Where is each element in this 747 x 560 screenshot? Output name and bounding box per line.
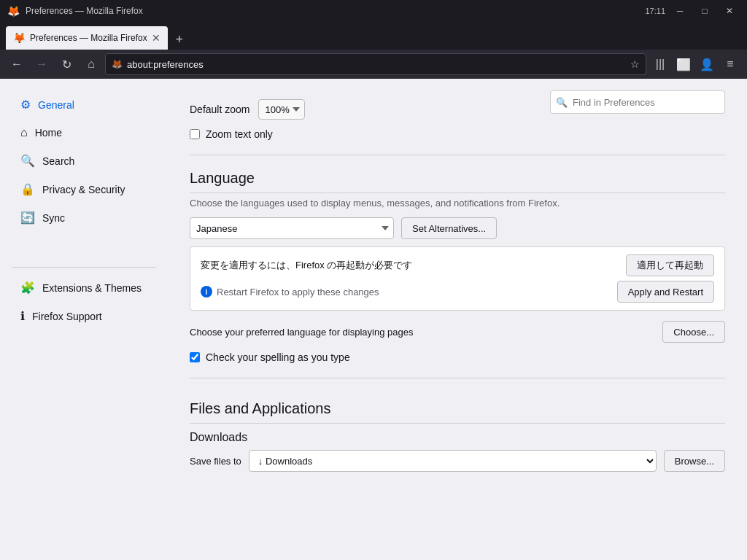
restore-button[interactable]: □ — [694, 5, 715, 17]
spell-check-checkbox[interactable] — [190, 352, 200, 362]
files-section: Files and Applications Downloads Save fi… — [190, 400, 725, 472]
section-divider-2 — [190, 378, 725, 378]
sidebar-item-home[interactable]: ⌂ Home — [6, 119, 162, 147]
files-heading: Files and Applications — [190, 400, 725, 424]
sidebar-item-search[interactable]: 🔍 Search — [6, 147, 162, 175]
tab-preferences[interactable]: 🦊 Preferences — Mozilla Firefox ✕ — [6, 26, 168, 50]
save-files-label: Save files to — [190, 456, 241, 467]
search-icon: 🔍 — [20, 154, 35, 168]
tab-bar: 🦊 Preferences — Mozilla Firefox ✕ + — [0, 22, 747, 50]
notif-info: i Restart Firefox to apply these changes — [201, 286, 379, 298]
title-bar-favicon: 🦊 — [7, 5, 20, 17]
synced-tabs-button[interactable]: ⬜ — [673, 53, 694, 75]
url-bar[interactable]: 🦊 about:preferences ☆ — [105, 53, 646, 75]
tab-close-button[interactable]: ✕ — [152, 32, 160, 44]
language-row: Japanese English German French Set Alter… — [190, 217, 725, 239]
zoom-select[interactable]: 100% 50% 67% 75% 90% 110% 120% 133% 150%… — [258, 99, 305, 120]
menu-button[interactable]: ≡ — [719, 53, 741, 75]
sidebar-item-support[interactable]: ℹ Firefox Support — [6, 302, 162, 330]
choose-lang-text: Choose your preferred language for displ… — [190, 327, 413, 338]
sidebar-label-general: General — [38, 99, 74, 111]
zoom-text-only-row: Zoom text only — [190, 128, 725, 140]
notif-text-jp: 変更を適用するには、Firefox の再起動が必要です — [201, 259, 412, 272]
sidebar-label-search: Search — [42, 155, 74, 167]
home-icon: ⌂ — [20, 126, 28, 139]
close-button[interactable]: ✕ — [719, 5, 740, 17]
reload-button[interactable]: ↻ — [55, 53, 77, 75]
set-alternatives-button[interactable]: Set Alternatives... — [401, 217, 497, 239]
notification-box: 変更を適用するには、Firefox の再起動が必要です 適用して再起動 i Re… — [190, 246, 725, 311]
choose-button[interactable]: Choose... — [662, 321, 725, 343]
language-heading: Language — [190, 170, 725, 193]
tab-title: Preferences — Mozilla Firefox — [30, 33, 147, 43]
sidebar-item-privacy[interactable]: 🔒 Privacy & Security — [6, 175, 162, 203]
nav-bar: ← → ↻ ⌂ 🦊 about:preferences ☆ ||| ⬜ 👤 ≡ — [0, 50, 747, 79]
sidebar-item-general[interactable]: ⚙ General — [6, 90, 162, 119]
section-divider-1 — [190, 155, 725, 155]
zoom-text-only-label: Zoom text only — [206, 128, 273, 140]
sidebar-label-home: Home — [35, 127, 62, 139]
sidebar-item-sync[interactable]: 🔄 Sync — [6, 203, 162, 232]
sidebar-item-extensions[interactable]: 🧩 Extensions & Themes — [6, 273, 162, 302]
language-select[interactable]: Japanese English German French — [190, 217, 394, 239]
notif-text-en: Restart Firefox to apply these changes — [217, 287, 379, 298]
bookmark-star-icon[interactable]: ☆ — [630, 58, 640, 70]
sidebar-label-support: Firefox Support — [32, 311, 102, 322]
home-button[interactable]: ⌂ — [80, 53, 102, 75]
downloads-row: Save files to ↓ Downloads Browse... — [190, 450, 725, 472]
notif-row-2: i Restart Firefox to apply these changes… — [201, 281, 714, 303]
new-tab-button[interactable]: + — [169, 29, 190, 50]
sidebar-label-privacy: Privacy & Security — [42, 184, 125, 195]
library-button[interactable]: ||| — [649, 53, 671, 75]
url-text: about:preferences — [127, 59, 626, 70]
minimize-button[interactable]: ─ — [670, 5, 690, 17]
tab-favicon: 🦊 — [13, 32, 26, 44]
info-icon: i — [201, 286, 212, 298]
language-section: Language Choose the languages used to di… — [190, 170, 725, 363]
back-button[interactable]: ← — [6, 53, 28, 75]
main-content: 🔍 Default zoom 100% 50% 67% 75% 90% 110%… — [168, 79, 747, 560]
apply-restart-en-button[interactable]: Apply and Restart — [617, 281, 714, 303]
zoom-text-only-checkbox[interactable] — [190, 129, 200, 139]
apply-restart-jp-button[interactable]: 適用して再起動 — [626, 254, 714, 276]
prefs-search-container: 🔍 — [550, 90, 725, 114]
prefs-search-icon: 🔍 — [556, 97, 568, 108]
title-bar: 🦊 Preferences — Mozilla Firefox 17:11 ─ … — [0, 0, 747, 22]
downloads-heading: Downloads — [190, 431, 725, 444]
browse-button[interactable]: Browse... — [664, 450, 725, 472]
nav-right-icons: ||| ⬜ 👤 ≡ — [649, 53, 741, 75]
systray-time: 17:11 — [645, 7, 665, 15]
downloads-path-select[interactable]: ↓ Downloads — [249, 450, 657, 472]
spell-check-label: Check your spelling as you type — [206, 351, 350, 363]
general-icon: ⚙ — [20, 98, 31, 112]
language-desc: Choose the languages used to display men… — [190, 198, 725, 209]
sidebar-label-sync: Sync — [42, 212, 65, 224]
notif-row-1: 変更を適用するには、Firefox の再起動が必要です 適用して再起動 — [201, 254, 714, 276]
sidebar: ⚙ General ⌂ Home 🔍 Search 🔒 Privacy & Se… — [0, 79, 168, 560]
account-button[interactable]: 👤 — [696, 53, 718, 75]
title-bar-title: Preferences — Mozilla Firefox — [26, 6, 639, 16]
forward-button[interactable]: → — [31, 53, 53, 75]
spell-check-row: Check your spelling as you type — [190, 351, 725, 363]
title-bar-right: 17:11 ─ □ ✕ — [645, 5, 740, 17]
url-favicon: 🦊 — [112, 59, 123, 69]
sidebar-divider — [12, 267, 156, 268]
prefs-search-wrapper: 🔍 — [550, 90, 725, 114]
content-area: ⚙ General ⌂ Home 🔍 Search 🔒 Privacy & Se… — [0, 79, 747, 560]
support-icon: ℹ — [20, 309, 25, 323]
find-in-prefs-input[interactable] — [550, 90, 725, 114]
sidebar-label-extensions: Extensions & Themes — [42, 282, 142, 294]
extensions-icon: 🧩 — [20, 281, 35, 295]
default-zoom-label: Default zoom — [190, 104, 249, 115]
sync-icon: 🔄 — [20, 211, 35, 225]
privacy-icon: 🔒 — [20, 182, 35, 196]
choose-lang-row: Choose your preferred language for displ… — [190, 321, 725, 343]
